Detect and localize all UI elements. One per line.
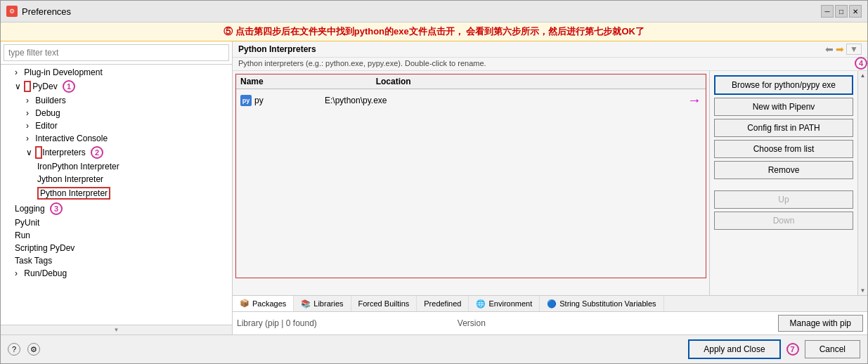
version-label: Version: [458, 318, 486, 328]
back-arrow[interactable]: ⬅: [825, 44, 834, 55]
remove-button[interactable]: Remove: [714, 161, 853, 179]
tree-item-python-interpreter[interactable]: Python Interpreters Python Interpreter: [1, 186, 232, 201]
tree-label: Interactive Console: [35, 134, 108, 143]
window-title: Preferences: [22, 6, 71, 17]
close-button[interactable]: ✕: [849, 5, 862, 18]
apply-close-button[interactable]: Apply and Close: [688, 339, 780, 359]
col-location: Location: [376, 77, 411, 86]
up-button[interactable]: Up: [714, 190, 853, 209]
interpreter-area: Name Location py py E:\python\py.exe →: [233, 71, 867, 295]
maximize-button[interactable]: □: [835, 5, 848, 18]
new-pipenv-button[interactable]: New with Pipenv: [714, 98, 853, 116]
tab-environment[interactable]: 🌐 Environment: [469, 296, 540, 311]
tree-item-interactive-console[interactable]: › Interactive Console: [1, 132, 232, 145]
browse-label: Browse for python/pypy exe: [732, 80, 836, 90]
interpreter-list-panel: Name Location py py E:\python\py.exe →: [233, 71, 710, 295]
manage-pip-button[interactable]: Manage with pip: [778, 315, 863, 332]
right-subheader: Python interpreters (e.g.: python.exe, p…: [233, 58, 867, 71]
right-scrollbar: ▲ ▼: [857, 71, 867, 295]
tree-item-builders[interactable]: › Builders: [1, 94, 232, 107]
tree-label: PyUnit: [15, 218, 39, 228]
left-panel: › Plug-in Development ∨ PyDev 1 › Builde…: [1, 41, 233, 334]
py-icon: py: [240, 95, 252, 106]
lib-header: Library (pip | 0 found) Version: [237, 318, 486, 328]
tree-item-scripting[interactable]: Scripting PyDev: [1, 242, 232, 254]
main-content: › Plug-in Development ∨ PyDev 1 › Builde…: [1, 41, 867, 334]
tree-item-plugin-development[interactable]: › Plug-in Development: [1, 66, 232, 79]
pink-arrow: →: [687, 92, 701, 108]
tree-label: IronPython Interpreter: [37, 162, 119, 171]
tab-forced-builtins[interactable]: Forced Builtins: [351, 296, 417, 311]
tabs-bar: 📦 Packages 📚 Libraries Forced Builtins P…: [233, 296, 867, 312]
search-box: [1, 41, 232, 65]
tree-label: Debug: [35, 108, 60, 118]
expand-icon: ›: [26, 121, 33, 131]
down-label: Down: [773, 216, 795, 226]
tab-string-substitution[interactable]: 🔵 String Substitution Variables: [540, 296, 663, 311]
config-path-button[interactable]: Config first in PATH: [714, 119, 853, 137]
left-scrollbar-bottom: ▼: [1, 325, 232, 334]
packages-icon: 📦: [240, 299, 250, 308]
choose-list-button[interactable]: Choose from list: [714, 140, 853, 158]
interpreter-table: Name Location py py E:\python\py.exe →: [235, 74, 706, 278]
choose-list-label: Choose from list: [753, 144, 815, 154]
python-interpreter-box: Python Interpreters Python Interpreter: [37, 187, 110, 200]
libraries-icon: 📚: [301, 299, 311, 308]
tree-item-jython[interactable]: Jython Interpreter: [1, 173, 232, 186]
tree-label: Jython Interpreter: [37, 174, 103, 184]
tree-item-ironpython[interactable]: IronPython Interpreter: [1, 160, 232, 173]
interp-name: py: [254, 96, 264, 105]
tree-item-editor[interactable]: › Editor: [1, 119, 232, 132]
app-icon: ⚙: [6, 6, 18, 17]
tree-item-task-tags[interactable]: Task Tags: [1, 254, 232, 267]
tree-item-logging[interactable]: Logging 3: [1, 201, 232, 216]
forward-arrow[interactable]: ➡: [836, 44, 844, 55]
bottom-section: 📦 Packages 📚 Libraries Forced Builtins P…: [233, 295, 867, 334]
title-bar: ⚙ Preferences ─ □ ✕: [1, 1, 867, 22]
footer: ? ⚙ Apply and Close 7 Cancel: [1, 334, 867, 363]
tree-item-pyunit[interactable]: PyUnit: [1, 216, 232, 229]
table-row[interactable]: py py E:\python\py.exe →: [236, 89, 706, 111]
manage-pip-label: Manage with pip: [790, 318, 851, 328]
apply-close-label: Apply and Close: [704, 344, 765, 354]
tree-label: Run: [15, 230, 30, 240]
annotation-bar: ⑤ 点击第四步后在文件夹中找到python的exe文件点击开， 会看到第六步所示…: [1, 22, 867, 41]
tree-view: › Plug-in Development ∨ PyDev 1 › Builde…: [1, 65, 232, 325]
circle-7: 7: [786, 343, 799, 356]
cancel-button[interactable]: Cancel: [805, 340, 860, 358]
right-top-bar: Python Interpreters ⬅ ➡ ▼: [233, 41, 867, 58]
title-bar-left: ⚙ Preferences: [6, 6, 71, 17]
library-pip-label: Library (pip | 0 found): [237, 318, 317, 328]
circle-1: 1: [63, 80, 75, 93]
table-header: Name Location: [236, 74, 706, 89]
tab-packages[interactable]: 📦 Packages: [233, 296, 294, 312]
tree-item-interpreters[interactable]: ∨ Interpreters 2: [1, 145, 232, 160]
circle-3: 3: [50, 202, 63, 215]
nav-arrows: ⬅ ➡ ▼: [825, 44, 862, 55]
minimize-button[interactable]: ─: [821, 5, 834, 18]
search-input[interactable]: [4, 44, 229, 61]
tree-label: Scripting PyDev: [15, 243, 75, 253]
tree-item-pydev[interactable]: ∨ PyDev 1: [1, 79, 232, 94]
tab-predefined[interactable]: Predefined: [417, 296, 469, 311]
expand-icon: ∨: [15, 82, 22, 91]
browse-python-button[interactable]: Browse for python/pypy exe: [714, 75, 853, 95]
tab-libraries[interactable]: 📚 Libraries: [294, 296, 351, 311]
annotation-step5: ⑤ 点击第四步后在文件夹中找到python的exe文件点击开，: [224, 26, 464, 37]
help-icon[interactable]: ?: [8, 343, 20, 356]
tab-label: Packages: [252, 299, 286, 308]
preferences-window: ⚙ Preferences ─ □ ✕ ⑤ 点击第四步后在文件夹中找到pytho…: [0, 0, 868, 364]
tree-label: Task Tags: [15, 256, 52, 266]
dropdown-arrow[interactable]: ▼: [846, 44, 862, 55]
settings-icon[interactable]: ⚙: [27, 343, 40, 356]
tree-label: Editor: [35, 121, 57, 131]
tree-label: Builders: [35, 96, 65, 105]
tree-item-run-debug[interactable]: › Run/Debug: [1, 267, 232, 280]
annotation-step5b: 会看到第六步所示，然后进行第七步就OK了: [466, 26, 644, 37]
right-buttons-panel: Browse for python/pypy exe 4 New with Pi…: [710, 71, 857, 295]
down-button[interactable]: Down: [714, 212, 853, 230]
expand-icon: ›: [15, 67, 22, 77]
tree-item-run[interactable]: Run: [1, 229, 232, 242]
tree-item-debug[interactable]: › Debug: [1, 107, 232, 119]
interp-location: E:\python\py.exe: [325, 96, 387, 105]
